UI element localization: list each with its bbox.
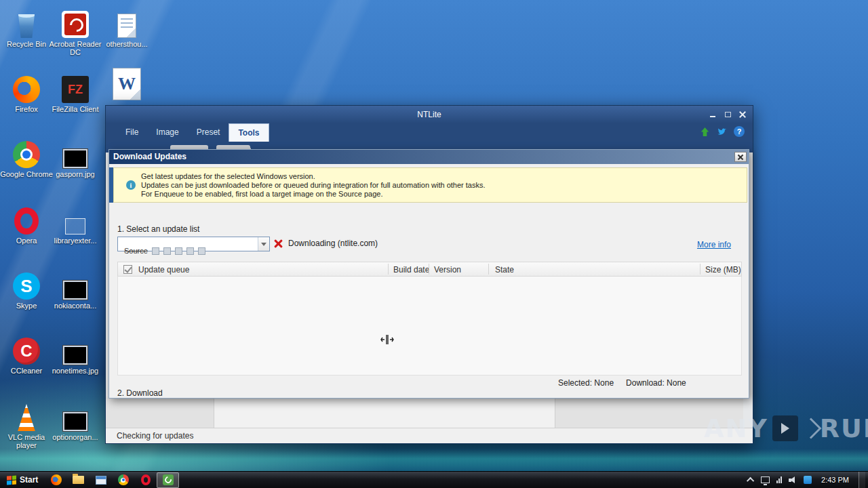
image-file-icon [49, 399, 102, 431]
desktop-icon-nonetimes-jpg[interactable]: nonetimes.jpg [49, 332, 102, 375]
close-button[interactable] [736, 109, 749, 120]
step1-label: 1. Select an update list [117, 224, 199, 234]
tab-preset[interactable]: Preset [188, 123, 229, 142]
remnant-source-label: Source [124, 247, 148, 255]
remnant-toolbar-icon [175, 247, 182, 255]
show-desktop-button[interactable] [859, 472, 865, 488]
acrobat-icon [49, 5, 102, 38]
more-info-link[interactable]: More info [697, 240, 731, 249]
display-tray-icon[interactable] [761, 476, 770, 483]
column-separator[interactable] [700, 264, 701, 274]
ribbon-tab-strip: File Image Preset Tools ? [106, 123, 753, 142]
ntlite-icon [163, 474, 174, 485]
volume-tray-icon[interactable] [789, 476, 797, 484]
desktop-icon-google-chrome[interactable]: Google Chrome [0, 136, 53, 178]
tab-file[interactable]: File [117, 123, 147, 142]
download-count: Download: None [626, 378, 686, 388]
column-size-mb[interactable]: Size (MB) [705, 265, 741, 274]
column-build-date[interactable]: Build date [393, 265, 429, 274]
desktop-icon-firefox[interactable]: Firefox [0, 70, 53, 113]
desktop-icon-label: gasporn.jpg [49, 170, 102, 178]
network-tray-icon[interactable] [776, 476, 782, 483]
update-table-body[interactable] [117, 277, 742, 375]
select-all-checkbox[interactable] [123, 265, 132, 274]
ccleaner-icon [0, 332, 53, 365]
desktop-icon-label: Recycle Bin [0, 40, 53, 48]
close-icon [737, 154, 744, 161]
download-status: Downloading (ntlite.com) [274, 239, 378, 248]
hidden-icons-chevron[interactable] [747, 477, 754, 485]
desktop-icon-vlc[interactable]: VLC media player [0, 399, 53, 449]
desktop-icon-label: Acrobat Reader DC [49, 40, 102, 56]
taskbar-explorer-button[interactable] [67, 472, 90, 488]
desktop-icon-label: Firefox [0, 105, 53, 113]
firefox-icon [0, 70, 53, 103]
remnant-toolbar-icon [198, 247, 205, 255]
image-file-icon [49, 202, 102, 235]
page-file-icon [100, 5, 153, 38]
vlc-icon [0, 399, 53, 431]
taskbar-chrome-button[interactable] [112, 472, 134, 488]
step2-label: 2. Download [117, 388, 163, 398]
desktop-icon-libraryexter[interactable]: libraryexter... [49, 202, 102, 245]
column-update-queue[interactable]: Update queue [138, 265, 189, 274]
tab-tools[interactable]: Tools [229, 123, 269, 142]
desktop-icon-acrobat-reader[interactable]: Acrobat Reader DC [49, 5, 102, 56]
help-icon[interactable]: ? [734, 126, 745, 137]
taskbar-clock[interactable]: 2:43 PM [818, 476, 852, 484]
desktop-icon-optionorgan[interactable]: optionorgan... [49, 399, 102, 441]
column-state[interactable]: State [495, 265, 514, 274]
desktop-icon-gasporn-jpg[interactable]: gasporn.jpg [49, 136, 102, 178]
chevron-down-icon[interactable] [258, 237, 269, 251]
desktop-icon-skype[interactable]: Skype [0, 267, 53, 310]
opera-icon [0, 202, 53, 235]
system-tray: 2:43 PM [749, 472, 868, 488]
minimize-icon [710, 116, 715, 117]
column-version[interactable]: Version [434, 265, 461, 274]
skype-icon [0, 267, 53, 300]
column-separator[interactable] [388, 264, 389, 274]
download-updates-dialog: Download Updates i Get latest updates fo… [108, 149, 749, 399]
dialog-titlebar[interactable]: Download Updates [109, 150, 749, 164]
word-doc-icon [100, 68, 153, 100]
windows-logo-icon [7, 475, 16, 485]
start-button[interactable]: Start [0, 472, 45, 488]
tab-image[interactable]: Image [147, 123, 187, 142]
upgrade-arrow-icon[interactable] [700, 127, 710, 137]
desktop-icon-label: FileZilla Client [49, 105, 102, 113]
status-text: Checking for updates [117, 431, 193, 441]
window-titlebar[interactable]: NTLite [106, 106, 753, 123]
error-x-icon [274, 239, 283, 248]
watermark-run-text: RUN [820, 413, 868, 443]
desktop-icon-label: CCleaner [0, 367, 53, 375]
remnant-toolbar-icon [152, 247, 159, 255]
desktop-icon-recycle-bin[interactable]: Recycle Bin [0, 5, 53, 48]
column-separator[interactable] [488, 264, 489, 274]
column-separator[interactable] [429, 264, 429, 274]
taskbar-firefox-button[interactable] [45, 472, 67, 488]
start-label: Start [20, 475, 38, 485]
action-center-flag-icon[interactable] [804, 476, 812, 484]
desktop-icon-label: optionorgan... [49, 433, 102, 441]
desktop-icon-label: Opera [0, 237, 53, 245]
desktop-icon-ccleaner[interactable]: CCleaner [0, 332, 53, 375]
desktop-icon-word-document[interactable] [100, 68, 153, 102]
dialog-close-button[interactable] [734, 152, 747, 162]
desktop-icon-label: Google Chrome [0, 170, 53, 178]
desktop-icon-opera[interactable]: Opera [0, 202, 53, 245]
taskbar-ntlite-button[interactable] [157, 472, 179, 488]
status-bar: Checking for updates [106, 428, 753, 443]
minimize-button[interactable] [707, 109, 719, 120]
twitter-icon[interactable] [716, 127, 728, 137]
desktop-icon-othersthou[interactable]: othersthou... [100, 5, 153, 48]
taskbar-window-button[interactable] [90, 472, 112, 488]
desktop-icon-filezilla[interactable]: FileZilla Client [49, 70, 102, 113]
taskbar-opera-button[interactable] [134, 472, 157, 488]
desktop-icon-nokiaconta[interactable]: nokiaconta... [49, 267, 102, 310]
maximize-button[interactable] [722, 109, 734, 120]
image-file-icon [49, 136, 102, 168]
chrome-icon [118, 474, 129, 485]
image-file-icon [49, 332, 102, 365]
anyrun-triangle-icon [800, 418, 821, 439]
desktop-icon-label: nonetimes.jpg [49, 367, 102, 375]
